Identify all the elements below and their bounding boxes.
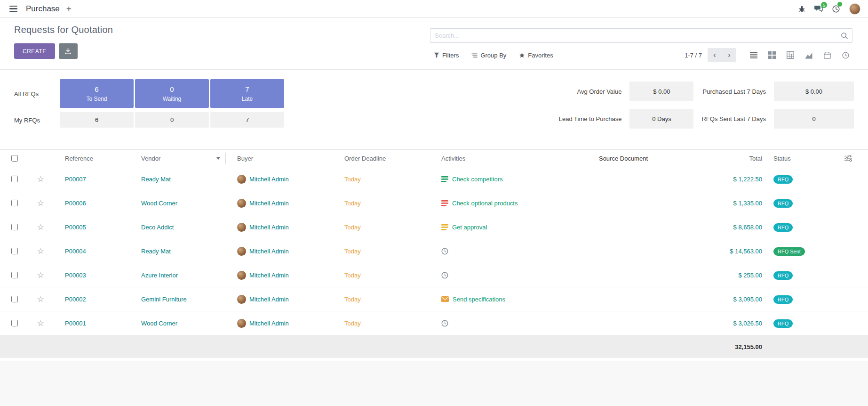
- rfqs-sent-last-7-days[interactable]: 0: [774, 109, 854, 129]
- activity-icon[interactable]: [441, 200, 448, 206]
- reference-link[interactable]: P00006: [65, 200, 86, 207]
- search-icon[interactable]: [841, 32, 848, 39]
- reference-link[interactable]: P00005: [65, 224, 86, 231]
- favorite-star-icon[interactable]: ☆: [29, 198, 52, 208]
- buyer-link[interactable]: Mitchell Admin: [249, 320, 289, 327]
- header-activities[interactable]: Activities: [433, 155, 560, 162]
- my-waiting-count[interactable]: 0: [135, 112, 209, 128]
- header-status[interactable]: Status: [769, 155, 828, 162]
- header-buyer[interactable]: Buyer: [226, 155, 329, 162]
- pager-next-button[interactable]: ›: [722, 48, 736, 62]
- pivot-view-icon[interactable]: [783, 48, 797, 62]
- table-row[interactable]: ☆ P00005 Deco Addict Mitchell Admin Toda…: [0, 215, 868, 239]
- table-row[interactable]: ☆ P00006 Wood Corner Mitchell Admin Toda…: [0, 191, 868, 215]
- plus-icon[interactable]: +: [66, 4, 72, 13]
- user-avatar[interactable]: [849, 3, 860, 15]
- activity-icon[interactable]: [441, 224, 448, 230]
- search-bar[interactable]: [430, 28, 852, 43]
- activity-icon[interactable]: [441, 296, 449, 302]
- buyer-link[interactable]: Mitchell Admin: [249, 248, 289, 255]
- reference-link[interactable]: P00007: [65, 176, 86, 183]
- row-checkbox[interactable]: [11, 176, 18, 182]
- apps-menu-icon[interactable]: [8, 4, 19, 14]
- list-view-icon[interactable]: [747, 48, 761, 62]
- table-row[interactable]: ☆ P00003 Azure Interior Mitchell Admin T…: [0, 263, 868, 287]
- optional-columns-icon[interactable]: [828, 155, 868, 162]
- avg-order-value[interactable]: $ 0.00: [629, 81, 693, 101]
- vendor-link[interactable]: Ready Mat: [141, 248, 171, 255]
- calendar-view-icon[interactable]: [820, 48, 834, 62]
- messages-icon[interactable]: 5: [814, 5, 823, 12]
- buyer-link[interactable]: Mitchell Admin: [249, 272, 289, 279]
- favorite-star-icon[interactable]: ☆: [29, 174, 52, 184]
- table-row[interactable]: ☆ P00001 Wood Corner Mitchell Admin Toda…: [0, 311, 868, 335]
- reference-link[interactable]: P00002: [65, 296, 86, 303]
- lead-time-value[interactable]: 0 Days: [629, 109, 693, 129]
- favorite-star-icon[interactable]: ☆: [29, 318, 52, 328]
- table-row[interactable]: ☆ P00007 Ready Mat Mitchell Admin Today …: [0, 167, 868, 191]
- header-vendor[interactable]: Vendor: [132, 150, 226, 167]
- card-to-send[interactable]: 6 To Send: [60, 79, 134, 108]
- purchased-last-7-days[interactable]: $ 0.00: [774, 81, 854, 101]
- activity-icon[interactable]: [441, 272, 448, 279]
- header-reference[interactable]: Reference: [52, 155, 132, 162]
- group-by-icon: [471, 52, 478, 58]
- group-by-button[interactable]: Group By: [471, 52, 506, 59]
- lead-time-label: Lead Time to Purchase: [559, 115, 622, 122]
- reference-link[interactable]: P00001: [65, 320, 86, 327]
- create-button[interactable]: CREATE: [14, 43, 55, 59]
- activity-icon[interactable]: [441, 320, 448, 327]
- vendor-link[interactable]: Ready Mat: [141, 176, 171, 183]
- graph-view-icon[interactable]: [802, 48, 816, 62]
- row-checkbox[interactable]: [11, 320, 18, 326]
- buyer-link[interactable]: Mitchell Admin: [249, 296, 289, 303]
- favorite-star-icon[interactable]: ☆: [29, 246, 52, 256]
- rfq-counts-grid: All RFQs 6 To Send 0 Waiting 7 Late My R…: [14, 79, 284, 129]
- vendor-link[interactable]: Wood Corner: [141, 200, 177, 207]
- vendor-link[interactable]: Gemini Furniture: [141, 296, 187, 303]
- row-checkbox[interactable]: [11, 272, 18, 278]
- vendor-link[interactable]: Wood Corner: [141, 320, 177, 327]
- activities-clock-icon[interactable]: [832, 5, 840, 13]
- filters-button[interactable]: Filters: [434, 52, 459, 59]
- favorites-button[interactable]: Favorites: [519, 52, 553, 59]
- header-total[interactable]: Total: [687, 155, 769, 162]
- buyer-link[interactable]: Mitchell Admin: [249, 176, 289, 183]
- header-order-deadline[interactable]: Order Deadline: [329, 155, 433, 162]
- table-row[interactable]: ☆ P00004 Ready Mat Mitchell Admin Today …: [0, 239, 868, 263]
- buyer-link[interactable]: Mitchell Admin: [249, 224, 289, 231]
- activity-label[interactable]: Check competitors: [452, 176, 503, 183]
- activity-label[interactable]: Check optional products: [452, 200, 518, 207]
- pager-previous-button[interactable]: ‹: [708, 48, 722, 62]
- favorite-star-icon[interactable]: ☆: [29, 222, 52, 232]
- search-input[interactable]: [435, 32, 841, 39]
- header-source-document[interactable]: Source Document: [560, 155, 687, 162]
- favorite-star-icon[interactable]: ☆: [29, 270, 52, 280]
- reference-link[interactable]: P00003: [65, 272, 86, 279]
- activity-view-icon[interactable]: [838, 48, 852, 62]
- row-checkbox[interactable]: [11, 248, 18, 254]
- card-waiting[interactable]: 0 Waiting: [135, 79, 209, 108]
- app-title[interactable]: Purchase: [26, 4, 60, 14]
- favorite-star-icon[interactable]: ☆: [29, 294, 52, 304]
- activity-icon[interactable]: [441, 176, 448, 182]
- row-checkbox[interactable]: [11, 200, 18, 206]
- order-deadline: Today: [344, 176, 361, 183]
- my-late-count[interactable]: 7: [210, 112, 284, 128]
- my-to-send-count[interactable]: 6: [60, 112, 134, 128]
- card-late[interactable]: 7 Late: [210, 79, 284, 108]
- table-row[interactable]: ☆ P00002 Gemini Furniture Mitchell Admin…: [0, 287, 868, 311]
- debug-bug-icon[interactable]: [799, 6, 805, 12]
- row-checkbox[interactable]: [11, 296, 18, 302]
- vendor-link[interactable]: Deco Addict: [141, 224, 174, 231]
- reference-link[interactable]: P00004: [65, 248, 86, 255]
- buyer-link[interactable]: Mitchell Admin: [249, 200, 289, 207]
- vendor-link[interactable]: Azure Interior: [141, 272, 178, 279]
- kanban-view-icon[interactable]: [765, 48, 779, 62]
- export-button[interactable]: [59, 43, 78, 59]
- activity-label[interactable]: Send specifications: [453, 296, 505, 303]
- activity-icon[interactable]: [441, 248, 448, 255]
- activity-label[interactable]: Get approval: [452, 224, 487, 231]
- row-checkbox[interactable]: [11, 224, 18, 230]
- select-all-checkbox[interactable]: [11, 155, 18, 162]
